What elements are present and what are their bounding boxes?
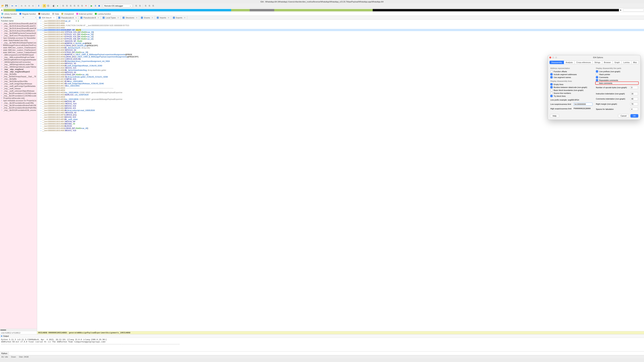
function-row[interactable]: f_imp__WALocalizedStringFromTable — [0, 56, 37, 59]
dialog-tab-strings[interactable]: Strings — [592, 61, 602, 64]
function-row[interactable]: f_imp__WAStringUnblockLoaderTitleGe — [0, 66, 37, 68]
function-row[interactable]: f_imp__$s10Foundation11JSONEncode — [0, 92, 37, 95]
disasm-line[interactable]: • __text:0000000100314908 LDR X8, [SP,#0… — [37, 127, 644, 129]
function-row[interactable]: f_imp__swift_getForeignTypeMetadata — [0, 85, 37, 87]
output-body[interactable]: Python 3.11.3 (v3.11.3:f3909b8bc8, Apr 4… — [0, 338, 644, 351]
console-text-input[interactable] — [9, 351, 644, 355]
checkbox-empty-lines[interactable]: ✓Empty lines — [550, 83, 592, 85]
disasm-line[interactable]: • __text:000000010031490C MOV X1, X19 — [37, 129, 644, 132]
hex-icon[interactable]: ◧ — [52, 4, 56, 8]
function-row[interactable]: f_imp__swift_release — [0, 87, 37, 90]
tool-icon[interactable]: ⎘ — [65, 4, 69, 8]
dialog-titlebar[interactable]: IDA Options — [548, 55, 640, 60]
instr-indent-input[interactable] — [630, 92, 638, 95]
function-row[interactable]: f_imp__$s10Foundation6LocaleVMa — [0, 102, 37, 104]
tool-icon[interactable]: ⎘ — [80, 4, 84, 8]
tool-icon[interactable]: ⎘ — [138, 4, 142, 8]
close-icon[interactable]: × — [35, 17, 36, 19]
tool-icon[interactable]: ⎘ — [69, 4, 72, 8]
checkbox-stack-pointer[interactable]: Stack pointer — [596, 73, 638, 76]
disasm-line[interactable]: • __text:000000010031487C ADD X29, SP, #… — [37, 40, 644, 42]
comment-indent-input[interactable] — [630, 97, 638, 100]
function-row[interactable]: f_imp__$s15UILibraryShared5LabelC6 — [0, 25, 37, 27]
text-icon[interactable]: Ⓐ — [46, 4, 50, 8]
tool-icon[interactable]: ⎘ — [144, 4, 148, 8]
checkbox-basic-block[interactable]: Basic block boundaries (non-graph) — [550, 89, 592, 91]
tool-icon[interactable]: ⎘ — [148, 4, 151, 8]
delete-icon[interactable]: ✕ — [84, 4, 88, 8]
function-row[interactable]: f_imp__$s25WAPaymentsTransactionE — [0, 32, 37, 34]
function-row[interactable]: f_imp__$s10Foundation9IndexPathVMa — [0, 107, 37, 109]
disasm-line[interactable]: • __text:0000000100314868 SUB SP, SP, #0… — [37, 29, 644, 31]
checkbox-borders[interactable]: ✓Borders between data/code (non-graph) — [550, 86, 592, 88]
close-icon[interactable]: × — [76, 16, 77, 19]
disasm-line[interactable]: • __text:0000000100314884 LDR X0, [X0,#_… — [37, 45, 644, 47]
tab-local-types[interactable]: Local Types× — [101, 16, 121, 20]
function-row[interactable]: f_imp__swift_unknownObjectRelease — [0, 90, 37, 92]
opcode-bytes-input[interactable] — [630, 86, 638, 89]
dialog-tab-cross-references[interactable]: Cross-references — [574, 61, 592, 64]
function-row[interactable]: f_WAStringMultiDeviceUpgradedHeader — [0, 59, 37, 61]
cancel-button[interactable]: Cancel — [618, 114, 629, 118]
tool-icon[interactable]: ⎘ — [73, 4, 76, 8]
nav-right-icon[interactable]: ▶ — [620, 9, 622, 11]
back-icon[interactable]: ⬅ — [10, 4, 14, 8]
function-row[interactable]: f_imp__$s15UILibraryShared6ButtonC — [0, 30, 37, 32]
checkbox-try-block[interactable]: ✓Try block lines — [550, 95, 592, 97]
function-row[interactable]: f_imp__$sSaMa — [0, 73, 37, 75]
disasm-line[interactable]: • __text:000000010031486C STP X24, X23, … — [37, 31, 644, 33]
down-icon[interactable]: ⬇ — [37, 4, 40, 8]
dialog-tab-analysis[interactable]: Analysis — [564, 61, 574, 64]
function-row[interactable]: f_imp__objc_msgSendSuper2 — [0, 71, 37, 73]
function-row[interactable]: f_imp__$s15UILibraryShared5LabelCM — [0, 27, 37, 30]
tool-icon[interactable]: ⎋ — [20, 4, 23, 8]
tool-icon[interactable]: ⎘ — [77, 4, 80, 8]
right-margin-input[interactable] — [630, 103, 638, 106]
tab-imports[interactable]: Imports× — [155, 16, 171, 20]
save-icon[interactable]: 💾 — [5, 4, 8, 8]
checkbox-auto-comments[interactable]: Auto comments — [596, 82, 638, 84]
tab-enums[interactable]: Enums× — [139, 16, 155, 20]
dialog-tab-graph[interactable]: Graph — [613, 61, 622, 64]
function-row[interactable]: fstatic WAColor._custom_ChatSessionC — [0, 47, 37, 49]
close-icon[interactable]: × — [53, 16, 54, 19]
tool-icon[interactable]: ⎋ — [31, 4, 35, 8]
close-icon[interactable]: × — [136, 16, 137, 19]
close-icon[interactable]: ⊗ — [22, 16, 24, 19]
pause-icon[interactable]: ⏸ — [94, 4, 97, 8]
function-row[interactable]: f_imp__WAStringUnblockLoaderTitle — [0, 63, 37, 66]
disasm-line[interactable]: • __text:0000000100314870 STP X22, X21, … — [37, 33, 644, 36]
dialog-tab-misc[interactable]: Misc — [632, 61, 639, 64]
run-icon[interactable]: ▶ — [90, 4, 93, 8]
tab-pseudocode-a[interactable]: Pseudocode-A× — [56, 16, 79, 20]
disasm-line[interactable]: • __text:0000000100314890 STR X0, [SP,#0… — [37, 51, 644, 54]
close-icon[interactable]: × — [98, 16, 99, 19]
tab-ida-view-a[interactable]: IDA View-A× — [37, 16, 56, 20]
nav-search[interactable] — [623, 9, 644, 12]
nav-left-icon[interactable]: ◀ — [0, 9, 3, 11]
disasm-line[interactable]: • __text:0000000100314868 var_s0 = 0 — [37, 20, 644, 22]
function-row[interactable]: fstatic WAColor._custom_ChatSessionC — [0, 49, 37, 51]
ok-button[interactable]: OK — [630, 114, 638, 118]
function-row[interactable]: f_imp__$sSqMa — [0, 78, 37, 80]
function-row[interactable]: f_imp__swift_bridgeObjectRelease — [0, 83, 37, 85]
text-icon[interactable]: A — [42, 4, 46, 8]
close-icon[interactable] — [549, 57, 551, 59]
console-prompt[interactable]: Python — [0, 351, 9, 355]
tool-icon[interactable]: ⎘ — [134, 4, 138, 8]
function-row[interactable]: f_imp__$s15UILibraryShared5LabelC16 — [0, 22, 37, 25]
close-icon[interactable]: × — [152, 16, 153, 19]
function-row[interactable]: f_imp__$s7WAUIKit18StaticPaletteColo — [0, 42, 37, 44]
checkbox-function-offsets[interactable]: Function offsets — [550, 70, 592, 73]
tool-icon[interactable]: ⎘ — [152, 4, 155, 8]
column-header[interactable]: Function name — [0, 19, 37, 22]
function-row[interactable]: fWAMessageProtocol.attributedTextFron — [0, 44, 37, 47]
disasm-line[interactable]: • __text:0000000100314900 MOV W1, #0 — [37, 123, 644, 125]
tool-icon[interactable]: ⎋ — [24, 4, 27, 8]
function-row[interactable]: ftype metadata accessor for Newsletter — [0, 37, 37, 39]
tab-structures[interactable]: Structures× — [121, 16, 139, 20]
disasm-line[interactable]: • __text:0000000100314868 ; FUNCTION CHU… — [37, 25, 644, 27]
tool-icon[interactable]: ⎋ — [28, 4, 31, 8]
function-row[interactable]: f_imp__objc_msgSend — [0, 68, 37, 71]
tabulation-input[interactable] — [630, 108, 638, 111]
